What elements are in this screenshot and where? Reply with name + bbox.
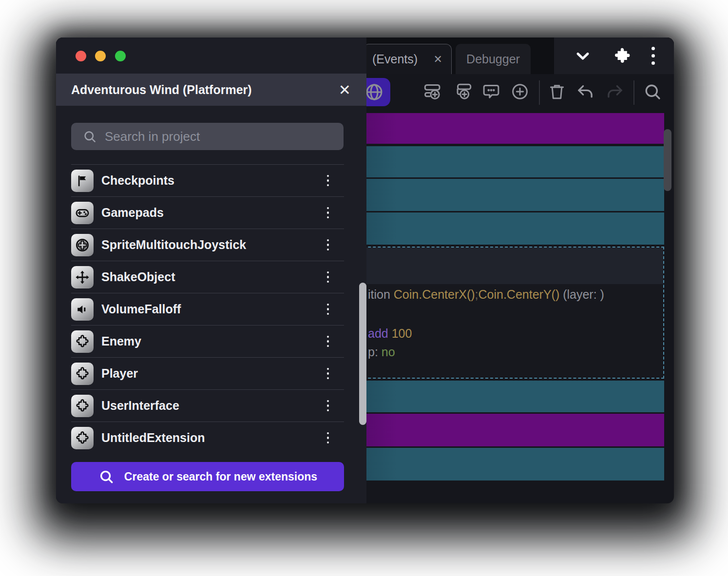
event-action-add[interactable]: add 100 (368, 325, 412, 342)
window-titlebar (56, 38, 366, 74)
search-events-icon[interactable] (642, 81, 663, 104)
list-item-shakeobject[interactable]: ShakeObject (71, 261, 344, 293)
item-menu-icon[interactable] (324, 365, 332, 383)
puzzle-icon (71, 363, 94, 385)
list-item-userinterface[interactable]: UserInterface (71, 389, 344, 422)
search-icon (82, 129, 97, 144)
tab-events[interactable]: (Events) ✕ (363, 44, 452, 74)
item-menu-icon[interactable] (324, 301, 332, 318)
puzzle-icon (71, 427, 94, 449)
event-row[interactable] (329, 146, 664, 177)
flag-icon (71, 170, 94, 192)
traffic-light-minimize[interactable] (95, 51, 106, 61)
item-menu-icon[interactable] (324, 397, 332, 415)
move-arrows-icon (71, 266, 94, 288)
item-menu-icon[interactable] (324, 236, 332, 254)
add-event-icon[interactable] (422, 81, 443, 104)
panel-title: Adventurous Wind (Platformer) (71, 83, 252, 97)
redo-icon[interactable] (605, 81, 625, 104)
overflow-menu-icon[interactable] (651, 47, 655, 65)
list-item-checkpoints[interactable]: Checkpoints (71, 164, 344, 196)
search-input[interactable]: Search in project (71, 123, 344, 150)
trash-icon[interactable] (547, 81, 567, 104)
undo-icon[interactable] (575, 81, 595, 104)
gdevelop-window: (Events) ✕ Debugger (56, 38, 674, 503)
event-condition-area[interactable] (330, 248, 663, 284)
panel-header: Adventurous Wind (Platformer) ✕ (56, 74, 366, 106)
add-sub-event-icon[interactable] (453, 81, 473, 104)
event-row[interactable] (329, 381, 664, 412)
gamepad-icon (71, 202, 94, 224)
speaker-icon (71, 298, 94, 321)
event-action-loop[interactable]: p: no (368, 344, 395, 360)
panel-scrollbar[interactable] (359, 283, 366, 425)
add-comment-icon[interactable] (481, 81, 501, 104)
joystick-icon (71, 234, 94, 256)
list-item-player[interactable]: Player (71, 357, 344, 389)
item-menu-icon[interactable] (324, 333, 332, 350)
event-row[interactable] (329, 113, 664, 144)
events-scrollbar[interactable] (664, 129, 671, 191)
add-circle-icon[interactable] (510, 81, 530, 104)
toolbar-divider (539, 80, 540, 105)
list-item-spritemultitouchjoystick[interactable]: SpriteMultitouchJoystick (71, 229, 344, 261)
selected-event-block[interactable]: ition Coin.CenterX();Coin.CenterY() (lay… (329, 247, 664, 379)
search-icon (98, 468, 115, 485)
close-panel-icon[interactable]: ✕ (339, 74, 351, 106)
puzzle-icon (71, 330, 94, 353)
tab-debugger-label: Debugger (466, 52, 520, 66)
create-or-search-extensions-button[interactable]: Create or search for new extensions (71, 462, 344, 491)
tab-debugger[interactable]: Debugger (456, 44, 531, 74)
traffic-light-zoom[interactable] (115, 51, 126, 61)
list-item-volumefalloff[interactable]: VolumeFalloff (71, 293, 344, 325)
puzzle-icon (71, 395, 94, 417)
item-menu-icon[interactable] (324, 269, 332, 286)
event-row[interactable] (329, 179, 664, 211)
toolbar-divider (633, 80, 634, 105)
event-row[interactable] (329, 212, 664, 245)
event-row[interactable] (329, 414, 664, 446)
tabbar-actions (554, 38, 674, 74)
traffic-light-close[interactable] (76, 51, 86, 61)
extensions-puzzle-icon[interactable] (612, 46, 632, 66)
list-item-gamepads[interactable]: Gamepads (71, 196, 344, 229)
list-item-untitledextension[interactable]: UntitledExtension (71, 422, 344, 454)
event-action-position[interactable]: ition Coin.CenterX();Coin.CenterY() (lay… (368, 286, 604, 303)
tab-close-icon[interactable]: ✕ (434, 54, 442, 65)
item-menu-icon[interactable] (324, 429, 332, 447)
search-placeholder: Search in project (105, 129, 200, 144)
list-item-enemy[interactable]: Enemy (71, 325, 344, 357)
project-manager-panel: Adventurous Wind (Platformer) ✕ Search i… (56, 38, 366, 503)
event-row[interactable] (329, 448, 664, 480)
item-menu-icon[interactable] (324, 204, 332, 222)
item-menu-icon[interactable] (324, 172, 332, 190)
chevron-down-icon[interactable] (573, 46, 593, 66)
tab-events-label: (Events) (372, 52, 418, 66)
